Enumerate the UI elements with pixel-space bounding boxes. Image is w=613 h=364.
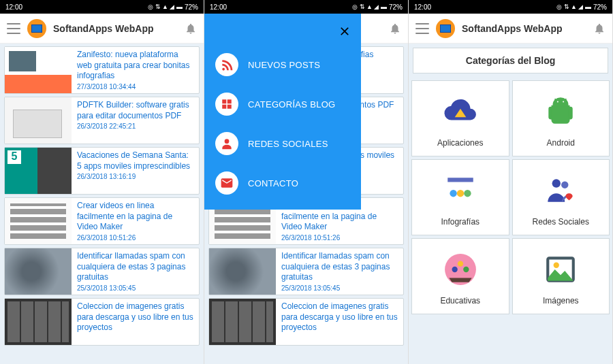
post-date: 27/3/2018 10:34:44 <box>77 83 193 90</box>
post-title: Coleccion de imagenes gratis para descar… <box>281 301 398 333</box>
drawer-label: NUEVOS POSTS <box>248 60 320 70</box>
post-date: 26/3/2018 10:51:26 <box>77 234 193 242</box>
screen-categories: 12:00 ◎ ⇅ ▲ ◢ ▬ 72% SoftandApps WebApp C… <box>409 0 613 364</box>
post-thumb <box>5 148 72 194</box>
svg-point-12 <box>561 181 568 188</box>
bell-icon[interactable] <box>593 22 606 35</box>
post-date: 26/3/2018 13:16:19 <box>77 173 193 180</box>
post-title: Crear videos en linea facilmente en la p… <box>77 201 193 233</box>
android-icon <box>542 93 579 130</box>
status-icons: ◎ ⇅ ▲ ◢ ▬ <box>352 3 387 10</box>
list-item[interactable]: Coleccion de imagenes gratis para descar… <box>4 298 200 346</box>
category-android[interactable]: Android <box>512 80 610 156</box>
list-item[interactable]: Identificar llamadas spam con cualquiera… <box>208 248 404 295</box>
screen-posts: 12:00 ◎ ⇅ ▲ ◢ ▬ 72% SoftandApps WebApp Z… <box>0 0 204 364</box>
category-label: Imágenes <box>543 296 579 305</box>
category-screen: Categorías del Blog Aplicaciones Android… <box>409 44 612 364</box>
svg-rect-0 <box>222 99 226 103</box>
categories-header: Categorías del Blog <box>413 48 608 73</box>
post-title: Identificar llamadas spam con cualquiera… <box>77 251 193 283</box>
app-logo <box>436 19 455 38</box>
screen-drawer: 12:00 ◎ ⇅ ▲ ◢ ▬ 72% va plataforma a crea… <box>204 0 409 364</box>
hamburger-icon[interactable] <box>7 23 20 34</box>
category-label: Aplicaciones <box>437 138 483 148</box>
category-label: Infografías <box>441 217 480 227</box>
post-title: PDFTK Builder: software gratis para edit… <box>77 100 193 121</box>
svg-point-8 <box>450 190 456 197</box>
statusbar: 12:00 ◎ ⇅ ▲ ◢ ▬ 72% <box>0 0 204 14</box>
app-title: SoftandApps WebApp <box>53 23 178 34</box>
list-item[interactable]: PDFTK Builder: software gratis para edit… <box>4 97 200 144</box>
bell-icon[interactable] <box>185 22 197 35</box>
mail-icon <box>215 171 238 195</box>
status-time: 12:00 <box>414 3 431 11</box>
svg-point-15 <box>463 267 469 272</box>
status-icons: ◎ ⇅ ▲ ◢ ▬ <box>148 3 183 10</box>
svg-rect-1 <box>227 99 232 103</box>
svg-rect-7 <box>447 178 473 182</box>
status-battery: 72% <box>593 3 607 11</box>
category-aplicaciones[interactable]: Aplicaciones <box>411 80 509 156</box>
svg-point-4 <box>225 139 230 144</box>
post-title: Identificar llamadas spam con cualquiera… <box>281 251 398 283</box>
drawer-item-social[interactable]: REDES SOCIALES <box>204 124 361 163</box>
close-icon <box>338 24 351 38</box>
status-time: 12:00 <box>210 3 227 11</box>
edu-icon <box>442 251 479 288</box>
post-date: 25/3/2018 13:05:45 <box>77 284 193 292</box>
bell-icon[interactable] <box>389 22 401 35</box>
post-thumb <box>209 248 276 295</box>
svg-point-16 <box>458 261 463 267</box>
drawer-item-posts[interactable]: NUEVOS POSTS <box>204 45 361 84</box>
category-label: Educativas <box>440 296 480 305</box>
category-label: Android <box>547 138 575 148</box>
appbar: SoftandApps WebApp <box>0 14 204 44</box>
post-thumb <box>5 198 72 244</box>
statusbar: 12:00 ◎ ⇅ ▲ ◢ ▬ 72% <box>204 0 408 14</box>
svg-rect-2 <box>222 105 226 109</box>
rss-icon <box>215 53 238 76</box>
svg-point-5 <box>557 101 559 102</box>
drawer-item-contact[interactable]: CONTACTO <box>204 163 361 203</box>
post-list[interactable]: Zanifesto: nueva plataforma web gratuita… <box>0 44 204 364</box>
post-date: 25/3/2018 13:05:45 <box>281 284 398 292</box>
status-icons: ◎ ⇅ ▲ ◢ ▬ <box>556 3 591 10</box>
list-item[interactable]: Crear videos en linea facilmente en la p… <box>4 197 200 245</box>
drawer-label: CONTACTO <box>248 178 298 188</box>
category-redes-sociales[interactable]: Redes Sociales <box>512 159 610 235</box>
status-time: 12:00 <box>5 3 22 11</box>
post-thumb <box>209 299 276 345</box>
post-thumb <box>5 299 72 345</box>
cloud-icon <box>442 93 479 130</box>
people-icon <box>542 172 579 209</box>
list-item[interactable]: Identificar llamadas spam con cualquiera… <box>4 248 200 295</box>
person-icon <box>215 132 238 155</box>
status-battery: 72% <box>389 3 403 11</box>
svg-point-14 <box>452 267 457 272</box>
category-label: Redes Sociales <box>533 217 589 227</box>
category-infografias[interactable]: Infografías <box>411 159 509 235</box>
list-item[interactable]: Coleccion de imagenes gratis para descar… <box>208 298 404 346</box>
appbar: SoftandApps WebApp <box>409 14 612 44</box>
list-item[interactable]: Vacaciones de Semana Santa: 5 apps movil… <box>4 147 200 195</box>
app-logo <box>27 19 46 38</box>
list-item[interactable]: Zanifesto: nueva plataforma web gratuita… <box>4 46 200 94</box>
drawer-item-categories[interactable]: CATEGORÍAS BLOG <box>204 84 361 124</box>
post-date: 26/3/2018 10:51:26 <box>281 234 398 242</box>
post-title: Coleccion de imagenes gratis para descar… <box>77 301 193 333</box>
close-button[interactable] <box>204 20 361 45</box>
drawer-label: REDES SOCIALES <box>248 139 328 149</box>
post-date: 26/3/2018 22:45:21 <box>77 122 193 130</box>
svg-point-18 <box>554 263 559 268</box>
category-imagenes[interactable]: Imágenes <box>512 238 610 314</box>
hamburger-icon[interactable] <box>415 23 429 34</box>
post-thumb <box>5 248 72 295</box>
post-thumb <box>5 47 72 93</box>
category-educativas[interactable]: Educativas <box>411 238 509 314</box>
chart-icon <box>442 172 479 209</box>
app-title: SoftandApps WebApp <box>462 23 586 34</box>
drawer-label: CATEGORÍAS BLOG <box>248 99 336 110</box>
status-battery: 72% <box>185 3 198 11</box>
svg-point-10 <box>464 190 471 197</box>
post-title: Zanifesto: nueva plataforma web gratuita… <box>77 50 193 82</box>
